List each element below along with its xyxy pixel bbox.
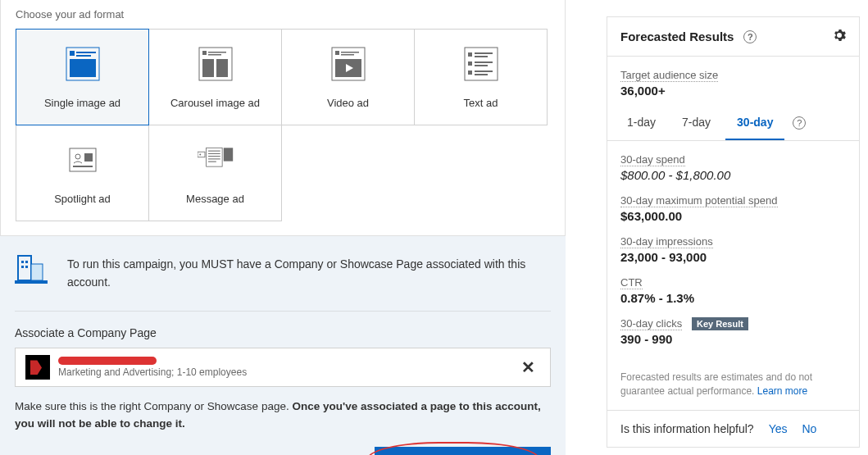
- metric-value: $800.00 - $1,800.00: [620, 168, 846, 182]
- svg-rect-34: [208, 150, 220, 151]
- svg-rect-10: [216, 59, 228, 77]
- svg-rect-37: [208, 158, 220, 159]
- confirm-prefix: Make sure this is the right Company or S…: [15, 400, 292, 412]
- learn-more-link[interactable]: Learn more: [757, 385, 807, 397]
- gear-icon[interactable]: [833, 29, 846, 44]
- company-page-notice: To run this campaign, you MUST have a Co…: [0, 236, 566, 455]
- svg-rect-3: [76, 55, 91, 57]
- svg-rect-21: [468, 61, 472, 66]
- hand-drawn-circle-annotation: [366, 442, 540, 455]
- svg-rect-14: [341, 54, 354, 56]
- svg-rect-39: [223, 148, 232, 161]
- metric-label: 30-day clicks: [620, 317, 682, 330]
- svg-rect-31: [198, 152, 205, 157]
- forecast-title-text: Forecasted Results: [620, 30, 734, 43]
- building-icon: [15, 253, 52, 289]
- video-icon: [330, 46, 366, 82]
- svg-rect-26: [475, 74, 488, 75]
- svg-rect-8: [208, 54, 221, 56]
- svg-rect-19: [475, 52, 493, 54]
- company-subtitle: Marketing and Advertising; 1-10 employee…: [58, 366, 508, 378]
- message-icon: [198, 142, 234, 178]
- audience-value: 36,000+: [620, 84, 846, 98]
- svg-point-32: [199, 153, 201, 155]
- confirm-text: Make sure this is the right Company or S…: [15, 398, 551, 432]
- forecasted-results-card: Forecasted Results ? Target audience siz…: [607, 16, 860, 448]
- helpful-question: Is this information helpful?: [620, 422, 754, 435]
- ad-format-grid: Single image ad Carousel image ad: [16, 29, 550, 221]
- single-image-icon: [65, 46, 101, 82]
- metric-label: 30-day impressions: [620, 235, 713, 248]
- svg-rect-20: [475, 56, 488, 57]
- metric-label: CTR: [620, 276, 643, 289]
- svg-rect-23: [475, 65, 488, 66]
- format-label: Text ad: [464, 97, 498, 109]
- spotlight-icon: [65, 142, 101, 178]
- format-label: Video ad: [327, 97, 369, 109]
- svg-rect-25: [475, 71, 493, 72]
- clear-company-icon[interactable]: ✕: [516, 357, 540, 377]
- svg-point-28: [75, 154, 80, 159]
- svg-rect-29: [84, 153, 93, 162]
- company-logo: [25, 355, 50, 380]
- help-icon[interactable]: ?: [793, 116, 806, 130]
- helpful-no[interactable]: No: [802, 422, 816, 435]
- metric-value: 23,000 - 93,000: [620, 250, 846, 264]
- svg-rect-4: [70, 59, 96, 77]
- format-label: Single image ad: [44, 97, 120, 109]
- metric-value: $63,000.00: [620, 209, 846, 223]
- svg-rect-40: [18, 256, 31, 280]
- company-page-selector[interactable]: Marketing and Advertising; 1-10 employee…: [15, 348, 551, 387]
- format-card-single-image[interactable]: Single image ad: [16, 29, 149, 125]
- format-card-video[interactable]: Video ad: [281, 29, 415, 125]
- svg-rect-12: [335, 51, 339, 55]
- tab-30-day[interactable]: 30-day: [725, 106, 784, 140]
- svg-rect-43: [21, 266, 24, 268]
- format-label: Carousel image ad: [170, 97, 260, 109]
- ad-format-section: Choose your ad format Single image ad: [0, 0, 566, 236]
- associate-label: Associate a Company Page: [15, 326, 551, 339]
- svg-rect-36: [208, 156, 220, 157]
- text-ad-icon: [463, 46, 499, 82]
- helpful-yes[interactable]: Yes: [769, 422, 788, 435]
- format-card-message[interactable]: Message ad: [148, 125, 282, 221]
- tab-1-day[interactable]: 1-day: [616, 106, 667, 140]
- svg-rect-30: [73, 166, 93, 167]
- metric-value: 390 - 990: [620, 332, 846, 346]
- svg-rect-9: [202, 59, 214, 77]
- help-icon[interactable]: ?: [743, 30, 757, 43]
- svg-rect-22: [475, 61, 493, 63]
- ad-format-label: Choose your ad format: [16, 8, 550, 20]
- svg-rect-35: [208, 152, 220, 153]
- helpful-row: Is this information helpful? Yes No: [607, 410, 859, 447]
- svg-rect-44: [25, 266, 28, 268]
- forecast-disclaimer: Forecasted results are estimates and do …: [607, 366, 859, 410]
- key-result-badge: Key Result: [692, 317, 748, 330]
- svg-rect-6: [202, 51, 207, 55]
- format-label: Message ad: [186, 193, 244, 205]
- svg-rect-24: [468, 71, 472, 75]
- svg-rect-2: [76, 52, 96, 53]
- svg-rect-7: [208, 52, 226, 53]
- divider: [15, 311, 551, 312]
- carousel-icon: [198, 46, 234, 82]
- company-name-redacted: [58, 357, 157, 365]
- svg-rect-38: [208, 161, 216, 162]
- format-card-carousel[interactable]: Carousel image ad: [148, 29, 282, 125]
- format-card-spotlight[interactable]: Spotlight ad: [16, 125, 149, 221]
- svg-rect-45: [31, 264, 43, 280]
- tab-7-day[interactable]: 7-day: [670, 106, 722, 140]
- metric-value: 0.87% - 1.3%: [620, 291, 846, 305]
- notice-text: To run this campaign, you MUST have a Co…: [67, 253, 551, 291]
- svg-rect-41: [21, 261, 24, 263]
- metric-label: 30-day spend: [620, 153, 685, 166]
- format-card-text[interactable]: Text ad: [414, 29, 548, 125]
- svg-rect-1: [70, 51, 75, 56]
- associate-company-page-button[interactable]: Associate Company Page: [375, 447, 551, 455]
- forecast-title: Forecasted Results ?: [620, 30, 757, 43]
- svg-rect-46: [15, 280, 48, 284]
- format-label: Spotlight ad: [54, 193, 111, 205]
- svg-rect-42: [25, 261, 28, 263]
- svg-rect-18: [468, 52, 472, 57]
- svg-rect-13: [341, 52, 359, 53]
